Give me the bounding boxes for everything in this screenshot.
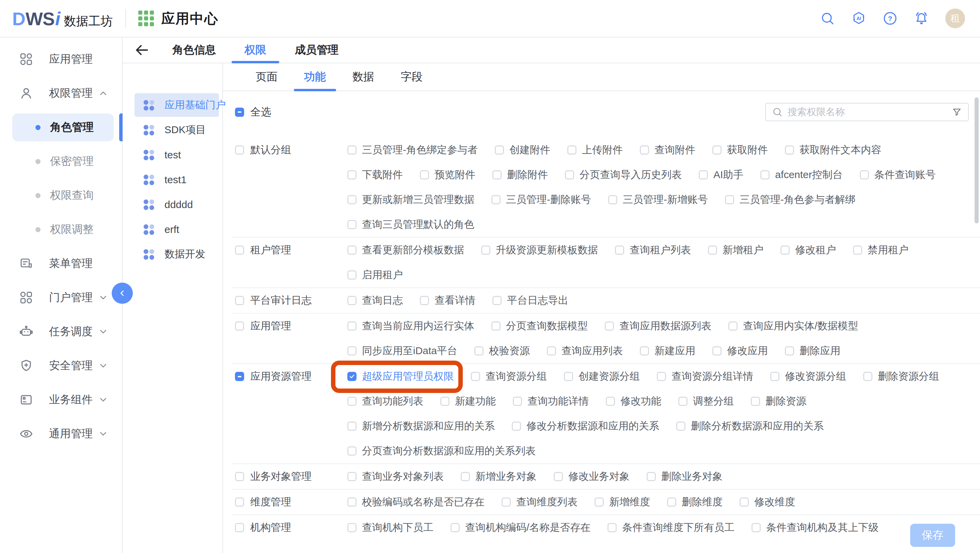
permission-item-查询业务对象列表[interactable]: 查询业务对象列表 (347, 470, 444, 483)
tab-权限[interactable]: 权限 (230, 37, 281, 63)
checkbox-unchecked[interactable] (235, 145, 244, 154)
permission-item-启用租户[interactable]: 启用租户 (347, 268, 403, 282)
permission-item-修改资源分组[interactable]: 修改资源分组 (770, 369, 846, 383)
permission-item-修改功能[interactable]: 修改功能 (606, 394, 661, 408)
permission-item-查询维度列表[interactable]: 查询维度列表 (501, 495, 578, 509)
subtab-页面[interactable]: 页面 (245, 64, 288, 91)
vertical-scrollbar[interactable] (975, 97, 978, 223)
permission-item-查询资源分组[interactable]: 查询资源分组 (471, 369, 547, 383)
checkbox-unchecked[interactable] (347, 145, 356, 154)
checkbox-unchecked[interactable] (676, 421, 686, 431)
checkbox-unchecked[interactable] (347, 497, 356, 507)
checkbox-checked[interactable] (347, 372, 356, 381)
checkbox-unchecked[interactable] (712, 145, 722, 154)
permission-item-删除资源[interactable]: 删除资源 (751, 394, 807, 408)
permission-item-三员管理-新增账号[interactable]: 三员管理-新增账号 (608, 193, 708, 207)
permission-item-查询功能列表[interactable]: 查询功能列表 (347, 394, 423, 408)
checkbox-unchecked[interactable] (554, 472, 563, 481)
checkbox-unchecked[interactable] (725, 195, 734, 204)
permission-item-查看详情[interactable]: 查看详情 (420, 294, 476, 307)
permission-item-新增分析数据源和应用的关系[interactable]: 新增分析数据源和应用的关系 (347, 419, 495, 433)
permission-item-新增维度[interactable]: 新增维度 (595, 495, 650, 509)
checkbox-unchecked[interactable] (347, 346, 356, 356)
permission-item-分页查询导入历史列表[interactable]: 分页查询导入历史列表 (565, 168, 682, 182)
permission-item-分页查询数据模型[interactable]: 分页查询数据模型 (492, 319, 588, 333)
permission-item-获取附件文本内容[interactable]: 获取附件文本内容 (785, 143, 881, 157)
permission-item-超级应用管理员权限[interactable]: 超级应用管理员权限 (347, 369, 454, 383)
checkbox-unchecked[interactable] (501, 497, 511, 507)
user-avatar[interactable]: 租 (945, 8, 965, 28)
permission-item-删除资源分组[interactable]: 删除资源分组 (863, 369, 939, 383)
permission-item-修改维度[interactable]: 修改维度 (740, 495, 795, 509)
checkbox-unchecked[interactable] (347, 447, 356, 456)
permission-item-新建应用[interactable]: 新建应用 (640, 344, 695, 358)
permission-item-删除业务对象[interactable]: 删除业务对象 (647, 470, 722, 483)
checkbox-unchecked[interactable] (347, 296, 356, 305)
bell-icon[interactable] (914, 11, 929, 26)
checkbox-unchecked[interactable] (235, 246, 244, 255)
checkbox-unchecked[interactable] (513, 397, 522, 406)
permission-item-查询租户列表[interactable]: 查询租户列表 (615, 243, 691, 257)
checkbox-unchecked[interactable] (647, 472, 656, 481)
checkbox-unchecked[interactable] (235, 321, 244, 331)
subtab-功能[interactable]: 功能 (294, 64, 336, 91)
checkbox-unchecked[interactable] (547, 346, 556, 356)
checkbox-unchecked[interactable] (863, 372, 872, 381)
sidebar-subitem-角色管理[interactable]: 角色管理 (0, 110, 122, 145)
tab-成员管理[interactable]: 成员管理 (281, 37, 353, 63)
checkbox-unchecked[interactable] (608, 523, 617, 532)
permission-item-条件查询机构及其上下级[interactable]: 条件查询机构及其上下级 (751, 521, 878, 535)
checkbox-unchecked[interactable] (347, 246, 356, 255)
checkbox-unchecked[interactable] (853, 246, 862, 255)
checkbox-unchecked[interactable] (770, 372, 780, 381)
permission-item-修改租户[interactable]: 修改租户 (780, 243, 836, 257)
permission-item-查询功能详情[interactable]: 查询功能详情 (513, 394, 589, 408)
checkbox-unchecked[interactable] (751, 397, 760, 406)
permission-item-校验资源[interactable]: 校验资源 (474, 344, 530, 358)
select-all-checkbox[interactable] (235, 108, 244, 117)
permission-item-新增业务对象[interactable]: 新增业务对象 (461, 470, 537, 483)
permission-item-新建功能[interactable]: 新建功能 (440, 394, 496, 408)
checkbox-unchecked[interactable] (785, 145, 794, 154)
permission-item-条件查询账号[interactable]: 条件查询账号 (860, 168, 936, 182)
permission-item-修改业务对象[interactable]: 修改业务对象 (554, 470, 630, 483)
permission-item-校验编码或名称是否已存在[interactable]: 校验编码或名称是否已存在 (347, 495, 485, 509)
sidebar-item-menu-mgmt[interactable]: 菜单管理 (0, 246, 122, 281)
permission-item-删除分析数据源和应用的关系[interactable]: 删除分析数据源和应用的关系 (676, 419, 824, 433)
sidebar-subitem-权限调整[interactable]: 权限调整 (0, 213, 122, 246)
checkbox-unchecked[interactable] (461, 472, 470, 481)
checkbox-unchecked[interactable] (729, 321, 738, 331)
back-arrow-icon[interactable] (134, 43, 149, 57)
checkbox-unchecked[interactable] (347, 170, 356, 180)
permission-item-查询应用列表[interactable]: 查询应用列表 (547, 344, 623, 358)
checkbox-unchecked[interactable] (492, 170, 501, 180)
sidebar-item-perm-mgmt[interactable]: 权限管理 (0, 76, 122, 110)
permission-item-三员管理-角色参与者解绑[interactable]: 三员管理-角色参与者解绑 (725, 193, 855, 207)
brand-logo[interactable]: DWSi 数据工坊 (12, 8, 113, 30)
permission-item-查询附件[interactable]: 查询附件 (640, 143, 695, 157)
checkbox-unchecked[interactable] (708, 246, 717, 255)
subtab-数据[interactable]: 数据 (342, 64, 385, 91)
permission-item-平台日志导出[interactable]: 平台日志导出 (492, 294, 568, 307)
checkbox-unchecked[interactable] (492, 195, 501, 204)
checkbox-unchecked[interactable] (512, 421, 521, 431)
permission-item-条件查询维度下所有员工[interactable]: 条件查询维度下所有员工 (608, 521, 735, 535)
permission-item-预览附件[interactable]: 预览附件 (420, 168, 476, 182)
sidebar-item-task-sched[interactable]: 任务调度 (0, 315, 122, 349)
checkbox-unchecked[interactable] (481, 246, 490, 255)
permission-item-更新或新增三员管理数据[interactable]: 更新或新增三员管理数据 (347, 193, 474, 207)
permission-item-分页查询分析数据源和应用的关系列表[interactable]: 分页查询分析数据源和应用的关系列表 (347, 444, 536, 458)
app-list-item-数据开发[interactable]: 数据开发 (123, 242, 222, 267)
permission-item-修改应用[interactable]: 修改应用 (712, 344, 768, 358)
help-icon[interactable]: ? (883, 11, 897, 26)
checkbox-unchecked[interactable] (347, 220, 356, 229)
permission-item-禁用租户[interactable]: 禁用租户 (853, 243, 908, 257)
permission-item-查询日志[interactable]: 查询日志 (347, 294, 403, 307)
checkbox-unchecked[interactable] (678, 397, 687, 406)
checkbox-unchecked[interactable] (699, 170, 708, 180)
permission-item-查询机构编码/名称是否存在[interactable]: 查询机构编码/名称是否存在 (450, 521, 590, 535)
checkbox-unchecked[interactable] (751, 523, 761, 532)
app-list-item-应用基础门户[interactable]: 应用基础门户 (123, 93, 222, 118)
checkbox-unchecked[interactable] (492, 321, 501, 331)
checkbox-unchecked[interactable] (471, 372, 480, 381)
